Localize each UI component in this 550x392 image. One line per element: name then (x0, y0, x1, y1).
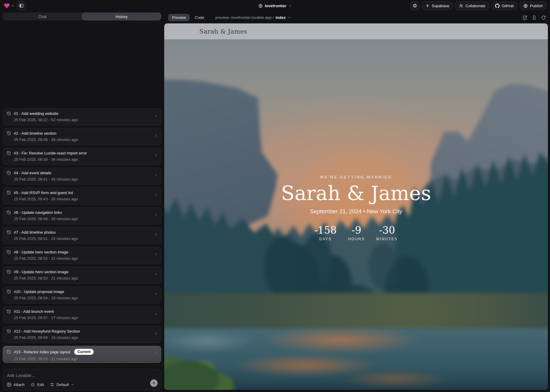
history-item-row: #2 - Add timeline section (7, 131, 157, 136)
countdown-value: -9 (347, 224, 366, 236)
users-icon (459, 4, 463, 8)
publish-label: Publish (530, 4, 543, 8)
lovable-logo-menu[interactable] (4, 3, 14, 9)
history-item-timestamp: 25 Feb 2025, 08:53 - 21 minutes ago (14, 276, 157, 280)
supabase-button[interactable]: Supabase (422, 1, 453, 10)
history-item[interactable]: #4 - Add event details 25 Feb 2025, 08:4… (3, 168, 161, 185)
mode-select[interactable]: Default (50, 382, 74, 387)
history-clock-icon (7, 230, 11, 235)
history-item[interactable]: #9 - Update hero section image 25 Feb 20… (3, 267, 161, 284)
mode-label: Default (56, 382, 69, 387)
history-item-row: #4 - Add event details (7, 171, 157, 175)
tab-history[interactable]: History (82, 13, 161, 20)
settings-button[interactable]: ⚙ (410, 1, 419, 10)
history-clock-icon (7, 131, 11, 136)
chevron-right-icon (154, 272, 158, 276)
history-item-row: #5 - Add RSVP form and guest list (7, 190, 157, 195)
history-item[interactable]: #12 - Add Honeyfund Registry Section 25 … (3, 326, 161, 343)
open-external-icon[interactable] (523, 15, 527, 20)
toggle-sidebar-button[interactable] (17, 1, 26, 10)
website-header: Sarah & James (164, 23, 548, 39)
website-preview: Sarah & James WE'RE GETTING MARRIED Sara… (164, 23, 548, 390)
website-brand-name: Sarah & James (199, 28, 247, 35)
panel-tabs: Chat History (3, 13, 161, 20)
countdown: -158 DAYS -9 HOURS -30 MINUTES (164, 224, 548, 241)
history-item[interactable]: #8 - Update hero section image 25 Feb 20… (3, 247, 161, 264)
website-brand[interactable]: Sarah & James (191, 28, 247, 35)
chevron-down-icon (288, 16, 291, 19)
history-item-row: #10 - Update proposal image (7, 289, 157, 294)
history-item-row: #8 - Update hero section image (7, 250, 157, 254)
preview-toolbar-icons (523, 15, 546, 20)
history-clock-icon (7, 250, 11, 254)
attach-button[interactable]: Attach (7, 382, 25, 387)
history-item-title: #10 - Update proposal image (14, 289, 64, 294)
target-edit-icon (31, 382, 35, 387)
history-item-row: #11 - Add brunch event (7, 309, 157, 314)
history-item-title: #13 - Refactor index page layout (14, 350, 70, 354)
history-item-timestamp: 25 Feb 2025, 08:53 - 21 minutes ago (14, 256, 157, 261)
preview-url[interactable]: preview--lovefrontier.lovable.app / inde… (215, 15, 291, 20)
history-item-row: #7 - Add timeline photos (7, 230, 157, 235)
refresh-icon[interactable] (541, 15, 546, 20)
top-bar: lovefrontier ⚙ Supabase Collaborate (0, 0, 550, 11)
history-item[interactable]: #2 - Add timeline section 25 Feb 2025, 0… (3, 128, 161, 145)
history-item-title: #7 - Add timeline photos (14, 230, 56, 235)
history-item[interactable]: #10 - Update proposal image 25 Feb 2025,… (3, 286, 161, 304)
tab-preview[interactable]: Preview (168, 14, 190, 21)
history-clock-icon (7, 350, 11, 354)
history-item[interactable]: #6 - Update navigation links 25 Feb 2025… (3, 207, 161, 224)
history-item-timestamp: 25 Feb 2025, 09:03 - 11 minutes ago (14, 357, 157, 361)
current-badge: Current (74, 349, 94, 355)
arrow-up-icon (152, 381, 156, 385)
history-item[interactable]: #1 - Add wedding website 25 Feb 2025, 08… (3, 108, 161, 125)
attach-label: Attach (14, 382, 25, 387)
github-icon (495, 4, 500, 8)
history-item-timestamp: 25 Feb 2025, 08:22 - 52 minutes ago (14, 118, 157, 122)
hero-date-location: September 21, 2024 • New York City (164, 208, 548, 215)
collaborate-button[interactable]: Collaborate (455, 1, 489, 10)
history-item[interactable]: #7 - Add timeline photos 25 Feb 2025, 08… (3, 227, 161, 244)
chevron-right-icon (154, 312, 158, 316)
countdown-label: DAYS (314, 237, 337, 241)
history-item[interactable]: #3 - Fix: Resolve Lucide-react import er… (3, 148, 161, 165)
countdown-item: -30 MINUTES (376, 224, 398, 241)
history-item-row: #9 - Update hero section image (7, 270, 157, 274)
history-item-title: #8 - Update hero section image (14, 250, 68, 254)
history-item-title: #6 - Update navigation links (14, 210, 62, 215)
history-item[interactable]: #5 - Add RSVP form and guest list 25 Feb… (3, 187, 161, 205)
github-button[interactable]: GitHub (491, 1, 517, 10)
history-item-timestamp: 25 Feb 2025, 08:41 - 33 minutes ago (14, 177, 157, 181)
panel-left-icon (19, 3, 24, 8)
history-item-timestamp: 25 Feb 2025, 08:51 - 23 minutes ago (14, 236, 157, 241)
main-split: Chat History #1 - Add wedding website 25… (0, 11, 550, 392)
countdown-label: HOURS (347, 237, 366, 241)
ask-lovable-input[interactable] (7, 373, 142, 378)
history-item[interactable]: #11 - Add brunch event 25 Feb 2025, 08:5… (3, 306, 161, 323)
history-item-row: #12 - Add Honeyfund Registry Section (7, 329, 157, 334)
tab-chat[interactable]: Chat (3, 13, 82, 20)
globe-icon (523, 4, 528, 8)
preview-toolbar: Preview Code preview--lovefrontier.lovab… (164, 11, 550, 23)
publish-button[interactable]: Publish (520, 1, 546, 10)
chevron-right-icon (154, 292, 158, 296)
history-clock-icon (7, 171, 11, 175)
lovable-heart-logo-icon (4, 3, 10, 9)
chevron-down-icon (289, 4, 292, 7)
heart-icon (191, 29, 197, 34)
tab-code[interactable]: Code (191, 14, 208, 21)
history-clock-icon (7, 151, 11, 155)
history-item-timestamp: 25 Feb 2025, 08:36 - 38 minutes ago (14, 137, 157, 142)
history-item-title: #9 - Update hero section image (14, 270, 68, 274)
chevron-down-icon (71, 383, 74, 386)
top-bar-left (4, 1, 26, 10)
mobile-view-icon[interactable] (532, 15, 536, 20)
collaborate-label: Collaborate (465, 4, 485, 8)
history-item-title: #5 - Add RSVP form and guest list (14, 190, 73, 195)
edit-button[interactable]: Edit (31, 382, 44, 387)
history-item[interactable]: #13 - Refactor index page layout Current… (3, 346, 161, 363)
project-switcher[interactable]: lovefrontier (258, 0, 292, 11)
history-item-title: #11 - Add brunch event (14, 309, 54, 314)
supabase-label: Supabase (432, 4, 449, 8)
send-button[interactable] (150, 379, 158, 387)
